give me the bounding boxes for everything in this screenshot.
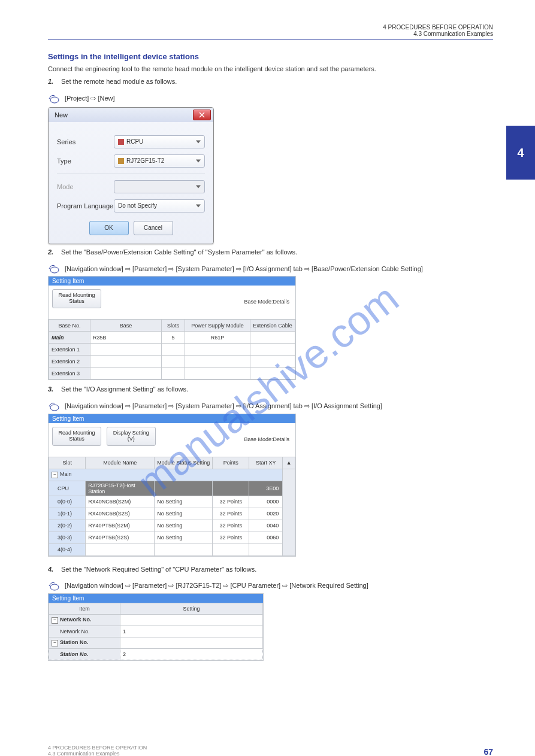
nav-path-4: [Navigation window] ⇨ [Parameter] ⇨ [RJ7… bbox=[48, 581, 493, 591]
read-mounting-button[interactable]: Read Mounting Status bbox=[52, 427, 101, 446]
row-cpu-status[interactable] bbox=[155, 481, 213, 496]
mouse-icon bbox=[48, 581, 61, 591]
scroll-up-icon[interactable]: ▲ bbox=[283, 457, 295, 469]
row-cpu-name[interactable]: RJ72GF15-T2(Host Station bbox=[86, 481, 155, 496]
type-combo[interactable]: RJ72GF15-T2 bbox=[114, 154, 205, 168]
type-label: Type bbox=[57, 157, 114, 165]
row-3-name[interactable]: RY40PT5B(S2S) bbox=[86, 532, 155, 544]
tree-main-label: Main bbox=[60, 471, 72, 477]
tree-main[interactable]: −Main bbox=[49, 469, 283, 481]
row-station-no: Station No. bbox=[49, 648, 120, 660]
section-title: Settings in the intelligent device stati… bbox=[48, 52, 493, 61]
cell-cable[interactable] bbox=[250, 332, 295, 344]
step-3-number: 3. bbox=[48, 385, 59, 394]
header-rule bbox=[48, 40, 493, 40]
network-setting-panel: Setting Item Item Setting −Network No. N… bbox=[48, 593, 264, 661]
row-2-xy[interactable]: 0040 bbox=[249, 520, 283, 532]
cancel-button[interactable]: Cancel bbox=[134, 221, 173, 235]
lang-value: Do not Specify bbox=[118, 202, 157, 209]
row-cpu-xy[interactable]: 3E00 bbox=[249, 481, 283, 496]
row-ext1: Extension 1 bbox=[49, 344, 90, 356]
page-number: 67 bbox=[483, 747, 493, 756]
row-1-xy[interactable]: 0020 bbox=[249, 508, 283, 520]
row-station-no-label: Station No. bbox=[60, 639, 89, 645]
network-grid[interactable]: Item Setting −Network No. Network No. 1 … bbox=[49, 603, 263, 660]
row-main: Main bbox=[49, 332, 90, 344]
row-2-status[interactable]: No Setting bbox=[155, 520, 213, 532]
row-3-xy[interactable]: 0060 bbox=[249, 532, 283, 544]
col-cable: Extension Cable bbox=[250, 320, 295, 332]
nav-path-3: [Navigation window] ⇨ [Parameter] ⇨ [Sys… bbox=[48, 402, 493, 411]
nav-path-1-text: [Project] ⇨ [New] bbox=[65, 95, 115, 102]
row-1-points[interactable]: 32 Points bbox=[213, 508, 249, 520]
cell-psu[interactable]: R61P bbox=[185, 332, 250, 344]
svg-point-0 bbox=[50, 97, 59, 103]
row-3-status[interactable]: No Setting bbox=[155, 532, 213, 544]
row-network-no: Network No. bbox=[49, 626, 120, 637]
row-2-name[interactable]: RY40PT5B(S2M) bbox=[86, 520, 155, 532]
ok-button[interactable]: OK bbox=[89, 221, 129, 235]
row-network-no-group[interactable]: −Network No. bbox=[49, 614, 120, 626]
row-1-status[interactable]: No Setting bbox=[155, 508, 213, 520]
minus-icon[interactable]: − bbox=[52, 617, 58, 624]
row-0-xy[interactable]: 0000 bbox=[249, 496, 283, 508]
scrollbar[interactable] bbox=[283, 469, 295, 555]
row-ext2: Extension 2 bbox=[49, 356, 90, 368]
read-mounting-button[interactable]: Read Mounting Status bbox=[52, 289, 101, 308]
footer-chapter: 4 PROCEDURES BEFORE OPERATION bbox=[48, 745, 147, 751]
display-setting-button[interactable]: Display Setting (V) bbox=[107, 427, 156, 446]
row-cpu-slot: CPU bbox=[49, 481, 86, 496]
panel-title: Setting Item bbox=[49, 277, 295, 286]
row-0-points[interactable]: 32 Points bbox=[213, 496, 249, 508]
base-grid[interactable]: Base No. Base Slots Power Supply Module … bbox=[49, 319, 295, 379]
base-mode-label: Base Mode:Details bbox=[244, 436, 289, 442]
row-2-points[interactable]: 32 Points bbox=[213, 520, 249, 532]
dialog-divider bbox=[57, 174, 205, 174]
row-0-status[interactable]: No Setting bbox=[155, 496, 213, 508]
row-cpu-points[interactable] bbox=[213, 481, 249, 496]
row-station-no-group[interactable]: −Station No. bbox=[49, 637, 120, 648]
col-base-no: Base No. bbox=[49, 320, 90, 332]
mouse-icon bbox=[48, 94, 61, 104]
row-1-name[interactable]: RX40NC6B(S2S) bbox=[86, 508, 155, 520]
mode-label: Mode bbox=[57, 183, 114, 190]
svg-point-2 bbox=[50, 405, 59, 411]
col-slots: Slots bbox=[162, 320, 185, 332]
base-setting-panel: Setting Item Read Mounting Status Base M… bbox=[48, 276, 296, 380]
minus-icon[interactable]: − bbox=[52, 472, 58, 478]
step-3-text: Set the "I/O Assignment Setting" as foll… bbox=[61, 385, 188, 394]
new-dialog: New Series RCPU Type RJ72GF15-T2 bbox=[48, 107, 214, 244]
mouse-icon bbox=[48, 402, 61, 411]
minus-icon[interactable]: − bbox=[52, 640, 58, 646]
step-2: 2. Set the "Base/Power/Extension Cable S… bbox=[48, 248, 493, 257]
row-3-points[interactable]: 32 Points bbox=[213, 532, 249, 544]
row-4-slot: 4(0-4) bbox=[49, 544, 86, 555]
row-network-no-val[interactable]: 1 bbox=[120, 626, 263, 637]
close-icon[interactable] bbox=[193, 110, 211, 120]
base-mode-label: Base Mode:Details bbox=[244, 299, 289, 305]
module-icon bbox=[118, 158, 124, 164]
intro-text: Connect the engineering tool to the remo… bbox=[48, 65, 493, 74]
io-grid[interactable]: Slot Module Name Module Status Setting P… bbox=[49, 457, 295, 556]
series-combo[interactable]: RCPU bbox=[114, 135, 205, 148]
panel-title: Setting Item bbox=[49, 414, 295, 423]
cell-slots[interactable]: 5 bbox=[162, 332, 185, 344]
col-base: Base bbox=[90, 320, 162, 332]
col-slot: Slot bbox=[49, 457, 86, 469]
row-1-slot: 1(0-1) bbox=[49, 508, 86, 520]
lang-combo[interactable]: Do not Specify bbox=[114, 199, 205, 212]
type-value: RJ72GF15-T2 bbox=[126, 157, 164, 164]
cell-base[interactable]: R35B bbox=[90, 332, 162, 344]
row-2-slot: 2(0-2) bbox=[49, 520, 86, 532]
row-0-name[interactable]: RX40NC6B(S2M) bbox=[86, 496, 155, 508]
step-1: 1. Set the remote head module as follows… bbox=[48, 77, 493, 86]
col-item: Item bbox=[49, 603, 120, 614]
mouse-icon bbox=[48, 264, 61, 274]
step-4-text: Set the "Network Required Setting" of "C… bbox=[61, 565, 256, 574]
step-1-number: 1. bbox=[48, 77, 59, 86]
nav-path-2: [Navigation window] ⇨ [Parameter] ⇨ [Sys… bbox=[48, 264, 493, 274]
nav-path-1: [Project] ⇨ [New] bbox=[48, 94, 493, 104]
footer-section: 4.3 Communication Examples bbox=[48, 751, 147, 756]
row-station-no-val[interactable]: 2 bbox=[120, 648, 263, 660]
row-3-slot: 3(0-3) bbox=[49, 532, 86, 544]
